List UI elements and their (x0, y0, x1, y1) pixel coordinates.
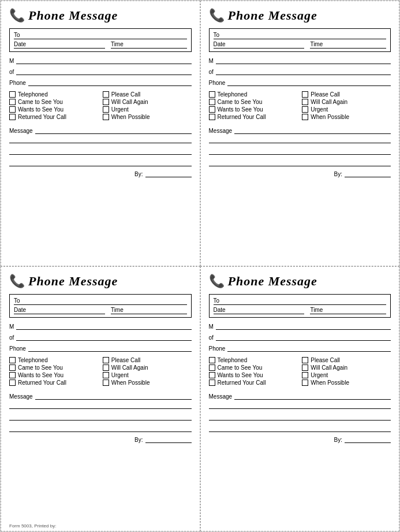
checkbox-square[interactable] (209, 380, 215, 386)
checkbox-left-3[interactable]: Returned Your Call (9, 380, 98, 386)
checkbox-square[interactable] (302, 106, 308, 113)
checkbox-left-2[interactable]: Wants to See You (209, 106, 298, 113)
checkbox-square[interactable] (9, 114, 16, 120)
checkbox-square[interactable] (302, 364, 308, 371)
time-section: Time (310, 41, 386, 49)
checkbox-left-2[interactable]: Wants to See You (9, 372, 98, 378)
checkbox-right-0[interactable]: Please Call (103, 91, 192, 98)
checkbox-label: Wants to See You (18, 372, 63, 378)
date-label: Date (214, 307, 226, 313)
checkbox-square[interactable] (302, 91, 308, 98)
checkbox-left-3[interactable]: Returned Your Call (9, 114, 98, 120)
checkbox-right-3[interactable]: When Possible (103, 114, 192, 120)
m-label: M (9, 58, 14, 64)
checkbox-right-2[interactable]: Urgent (302, 106, 391, 113)
form-note: Form 5003, Printed by: (9, 523, 56, 529)
checkbox-square[interactable] (209, 99, 215, 105)
card-4: 📞 Phone Message To Date Time M (200, 266, 400, 532)
checkbox-square[interactable] (103, 99, 109, 105)
date-section: Date (214, 41, 305, 49)
checkbox-square[interactable] (302, 99, 308, 105)
checkbox-square[interactable] (209, 106, 215, 113)
checkbox-square[interactable] (9, 372, 16, 378)
checkbox-right-3[interactable]: When Possible (302, 380, 391, 386)
checkbox-square[interactable] (103, 357, 109, 363)
checkbox-left-0[interactable]: Telephoned (9, 357, 98, 363)
checkbox-label: When Possible (311, 114, 349, 120)
msg-line-1 (209, 402, 391, 409)
checkbox-square[interactable] (209, 372, 215, 378)
checkbox-square[interactable] (103, 106, 109, 113)
msg-line-2 (209, 414, 391, 421)
time-label: Time (111, 307, 124, 313)
checkbox-left-2[interactable]: Wants to See You (9, 106, 98, 113)
checkbox-square[interactable] (9, 99, 16, 105)
checkbox-square[interactable] (302, 357, 308, 363)
checkbox-label: Urgent (111, 372, 129, 378)
card-header: 📞 Phone Message (9, 274, 192, 289)
checkbox-label: Will Call Again (111, 99, 148, 105)
checkbox-right-2[interactable]: Urgent (103, 106, 192, 113)
of-line: of (9, 67, 192, 75)
checkbox-left-1[interactable]: Came to See You (209, 364, 298, 371)
checkbox-left-0[interactable]: Telephoned (209, 91, 298, 98)
checkbox-square[interactable] (103, 364, 109, 371)
checkbox-square[interactable] (103, 91, 109, 98)
checkbox-label: Returned Your Call (18, 114, 66, 120)
card-2: 📞 Phone Message To Date Time M (200, 1, 400, 266)
checkbox-right-0[interactable]: Please Call (302, 91, 391, 98)
checkbox-left-1[interactable]: Came to See You (209, 99, 298, 105)
info-box: To Date Time (209, 28, 391, 52)
checkbox-right-2[interactable]: Urgent (103, 372, 192, 378)
checkbox-square[interactable] (9, 91, 16, 98)
checkbox-label: Wants to See You (218, 372, 263, 378)
checkbox-right-0[interactable]: Please Call (103, 357, 192, 363)
checkbox-right-0[interactable]: Please Call (302, 357, 391, 363)
checkbox-left-2[interactable]: Wants to See You (209, 372, 298, 378)
by-line: By: (9, 436, 192, 443)
checkbox-left-1[interactable]: Came to See You (9, 364, 98, 371)
checkbox-square[interactable] (209, 357, 215, 363)
checkbox-label: Came to See You (218, 364, 263, 371)
checkbox-square[interactable] (9, 380, 16, 386)
checkbox-right-1[interactable]: Will Call Again (103, 99, 192, 105)
checkbox-right-3[interactable]: When Possible (103, 380, 192, 386)
checkbox-square[interactable] (302, 114, 308, 120)
checkbox-square[interactable] (9, 106, 16, 113)
of-label: of (209, 334, 214, 341)
checkbox-label: Wants to See You (18, 106, 63, 113)
checkbox-square[interactable] (302, 380, 308, 386)
checkbox-square[interactable] (103, 380, 109, 386)
checkbox-square[interactable] (9, 364, 16, 371)
checkbox-label: Please Call (111, 91, 141, 98)
checkbox-right-3[interactable]: When Possible (302, 114, 391, 120)
checkbox-square[interactable] (302, 372, 308, 378)
checkbox-label: Came to See You (18, 99, 63, 105)
checkbox-square[interactable] (103, 114, 109, 120)
checkbox-left-1[interactable]: Came to See You (9, 99, 98, 105)
of-line: of (209, 333, 391, 341)
checkbox-right-2[interactable]: Urgent (302, 372, 391, 378)
phone-label: Phone (9, 345, 26, 352)
checkbox-label: Returned Your Call (218, 114, 266, 120)
checkbox-right-1[interactable]: Will Call Again (103, 364, 192, 371)
checkbox-right-1[interactable]: Will Call Again (302, 99, 391, 105)
checkbox-right-1[interactable]: Will Call Again (302, 364, 391, 371)
checkbox-left-0[interactable]: Telephoned (209, 357, 298, 363)
checkbox-square[interactable] (103, 372, 109, 378)
checkbox-left-3[interactable]: Returned Your Call (209, 114, 298, 120)
of-label: of (9, 69, 14, 75)
msg-line-2 (209, 148, 391, 155)
phone-icon: 📞 (9, 274, 25, 289)
checkbox-square[interactable] (209, 91, 215, 98)
checkbox-square[interactable] (9, 357, 16, 363)
checkbox-label: When Possible (111, 114, 150, 120)
checkbox-left-3[interactable]: Returned Your Call (209, 380, 298, 386)
by-blank (345, 436, 391, 443)
time-section: Time (111, 41, 187, 49)
checkbox-square[interactable] (209, 364, 215, 371)
checkbox-label: Telephoned (218, 91, 248, 98)
checkbox-square[interactable] (209, 114, 215, 120)
phone-line: Phone (209, 344, 391, 352)
checkbox-left-0[interactable]: Telephoned (9, 91, 98, 98)
